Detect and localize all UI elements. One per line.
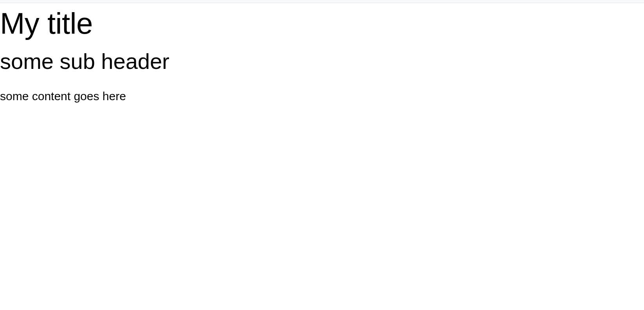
- page-subheader: some sub header: [0, 48, 644, 74]
- page-content: My title some sub header some content go…: [0, 5, 644, 104]
- page-title: My title: [0, 5, 644, 41]
- page-body-text: some content goes here: [0, 88, 644, 104]
- browser-top-strip: [0, 0, 644, 3]
